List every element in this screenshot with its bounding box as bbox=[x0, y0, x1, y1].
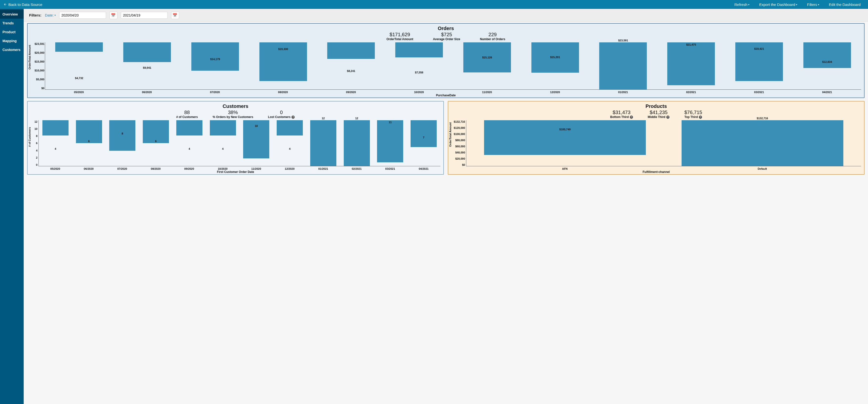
bar-value-label: $23,591 bbox=[618, 39, 628, 42]
x-ticks: AFNDefault bbox=[466, 167, 861, 170]
bar[interactable] bbox=[109, 120, 135, 151]
bar-slot: $15,201 bbox=[521, 42, 589, 90]
x-tick: 09/2020 bbox=[317, 91, 385, 94]
menu-edit[interactable]: Edit the Dashboard bbox=[829, 2, 861, 7]
bar[interactable] bbox=[176, 120, 203, 135]
bar-slot: $14,179 bbox=[181, 42, 249, 90]
y-tick: $60,000 bbox=[451, 145, 465, 148]
sidebar-item-product[interactable]: Product bbox=[0, 28, 24, 36]
bar-value-label: $15,201 bbox=[550, 56, 560, 59]
bar[interactable] bbox=[310, 120, 336, 166]
bar[interactable] bbox=[42, 120, 68, 135]
x-tick: 06/2020 bbox=[72, 167, 105, 170]
bar[interactable] bbox=[210, 120, 236, 135]
menu-refresh[interactable]: Refresh▾ bbox=[734, 2, 749, 7]
sidebar-item-customers[interactable]: Customers bbox=[0, 45, 24, 54]
plot-area: 4686441041212117 bbox=[38, 120, 440, 166]
x-tick: 12/2020 bbox=[521, 91, 589, 94]
panel-title: Products bbox=[450, 103, 862, 109]
y-tick: $15,000 bbox=[34, 60, 44, 63]
sidebar-item-overview[interactable]: Overview bbox=[0, 10, 24, 19]
x-tick: 04/2021 bbox=[793, 91, 861, 94]
bar-slot: $100,749 bbox=[466, 120, 664, 166]
bar[interactable] bbox=[344, 120, 370, 166]
kpi-label: Average Order Size bbox=[433, 37, 460, 41]
bar-value-label: $21,475 bbox=[686, 43, 696, 46]
bar-value-label: 4 bbox=[289, 147, 290, 150]
y-tick: $132,716 bbox=[451, 120, 465, 123]
bar[interactable] bbox=[410, 120, 437, 147]
kpi: 0Lost Customers? bbox=[268, 110, 295, 119]
y-tick: $20,000 bbox=[451, 157, 465, 160]
bar-slot: $4,732 bbox=[45, 42, 113, 90]
bar-value-label: $15,126 bbox=[482, 56, 492, 59]
kpi-value: 38% bbox=[213, 110, 253, 115]
orders-kpis: $171,629OrderTotal Amount$725Average Ord… bbox=[30, 32, 862, 41]
bar-slot: $19,330 bbox=[249, 42, 317, 90]
date-to-input[interactable] bbox=[121, 12, 168, 19]
x-tick: 04/2021 bbox=[407, 167, 440, 170]
date-from-input[interactable] bbox=[59, 12, 106, 19]
bar-slot: $12,834 bbox=[793, 42, 861, 90]
bar-value-label: $14,179 bbox=[210, 58, 220, 61]
kpi: $76,715Top Third? bbox=[684, 110, 702, 119]
bar[interactable] bbox=[191, 42, 239, 71]
sidebar-item-trends[interactable]: Trends bbox=[0, 19, 24, 28]
x-tick: 07/2020 bbox=[181, 91, 249, 94]
bar[interactable] bbox=[395, 42, 443, 57]
y-tick: $10,000 bbox=[34, 69, 44, 72]
bar-value-label: $100,749 bbox=[559, 128, 570, 131]
bar[interactable] bbox=[803, 42, 851, 68]
y-axis-label: OrderTotal Amount bbox=[28, 45, 31, 69]
x-tick: 10/2020 bbox=[206, 167, 240, 170]
kpi-label: OrderTotal Amount bbox=[386, 37, 413, 41]
bar-slot: 6 bbox=[72, 120, 106, 166]
help-icon[interactable]: ? bbox=[630, 115, 633, 119]
bar[interactable] bbox=[682, 120, 843, 166]
sidebar-item-mapping[interactable]: Mapping bbox=[0, 36, 24, 45]
calendar-from-button[interactable]: 📅 bbox=[110, 11, 117, 19]
bar-slot: 8 bbox=[106, 120, 139, 166]
back-to-source-link[interactable]: Back to Data Source bbox=[0, 2, 46, 7]
y-tick: 6 bbox=[32, 142, 37, 145]
kpi-label: Middle Third? bbox=[648, 115, 670, 119]
y-tick: 2 bbox=[32, 156, 37, 159]
date-dropdown[interactable]: Date:▾ bbox=[45, 13, 56, 17]
bar[interactable] bbox=[484, 120, 646, 155]
y-tick: $100,000 bbox=[451, 133, 465, 135]
kpi-label: % Orders by New Customers bbox=[213, 115, 253, 119]
bar-slot: 4 bbox=[39, 120, 72, 166]
bar-value-label: $19,421 bbox=[754, 47, 764, 50]
bar[interactable] bbox=[277, 120, 303, 135]
filter-bar: Filters: Date:▾ 📅 📅 bbox=[24, 9, 868, 22]
bar[interactable] bbox=[327, 42, 375, 59]
arrow-left-icon bbox=[3, 3, 7, 6]
calendar-to-button[interactable]: 📅 bbox=[171, 11, 179, 19]
bar[interactable] bbox=[599, 42, 647, 90]
bar-value-label: $4,732 bbox=[75, 77, 83, 79]
y-tick: $40,000 bbox=[451, 151, 465, 154]
y-tick: 0 bbox=[32, 163, 37, 166]
bar[interactable] bbox=[123, 42, 171, 62]
x-axis-label: PurchaseDate bbox=[30, 94, 862, 97]
kpi-value: $171,629 bbox=[386, 32, 413, 37]
calendar-icon: 📅 bbox=[111, 13, 116, 18]
bar-value-label: 4 bbox=[222, 147, 224, 150]
help-icon[interactable]: ? bbox=[699, 115, 702, 119]
help-icon[interactable]: ? bbox=[666, 115, 670, 119]
bar-slot: 6 bbox=[139, 120, 173, 166]
bar[interactable] bbox=[55, 42, 103, 52]
bar[interactable] bbox=[377, 120, 403, 162]
caret-down-icon: ▾ bbox=[748, 3, 749, 6]
menu-filters[interactable]: Filters▾ bbox=[807, 2, 819, 7]
x-tick: 11/2020 bbox=[453, 91, 521, 94]
kpi: 229Number of Orders bbox=[480, 32, 505, 41]
y-tick: $5,000 bbox=[34, 78, 44, 81]
menu-export[interactable]: Export the Dashboard▾ bbox=[759, 2, 797, 7]
help-icon[interactable]: ? bbox=[291, 115, 295, 119]
customers-panel: Customers 88# of Customers38%% Orders by… bbox=[27, 101, 444, 175]
kpi-value: 0 bbox=[268, 110, 295, 115]
bar[interactable] bbox=[667, 42, 715, 85]
caret-down-icon: ▾ bbox=[55, 14, 56, 16]
bar-slot: $21,475 bbox=[657, 42, 725, 90]
